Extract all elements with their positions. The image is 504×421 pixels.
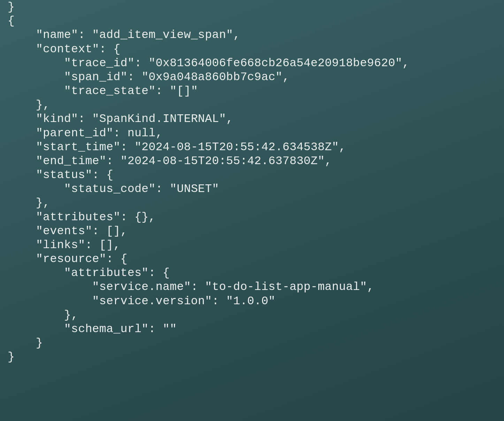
service-name-val: "to-do-list-app-manual" [205, 280, 367, 293]
parent-id-val: null [128, 127, 156, 140]
resource-key: "resource" [36, 252, 106, 266]
trace-state-key: "trace_state" [64, 84, 156, 98]
attributes-val: {} [135, 210, 148, 224]
status-code-key: "status_code" [64, 182, 156, 196]
service-version-val: "1.0.0" [226, 294, 276, 308]
kind-val: "SpanKind.INTERNAL" [92, 112, 226, 125]
start-time-key: "start_time" [36, 140, 121, 154]
schema-url-val: "" [163, 322, 177, 336]
start-time-val: "2024-08-15T20:55:42.634538Z" [135, 140, 339, 154]
events-val: [] [106, 224, 120, 238]
span-id-val: "0x9a048a860bb7c9ac" [142, 70, 282, 84]
resource-attributes-key: "attributes" [64, 266, 149, 280]
name-key: "name" [36, 28, 78, 41]
end-time-val: "2024-08-15T20:55:42.637830Z" [120, 154, 324, 168]
trace-id-val: "0x81364006fe668cb26a54e20918be9620" [148, 56, 402, 70]
parent-id-key: "parent_id" [36, 127, 113, 140]
service-name-key: "service.name" [92, 280, 191, 293]
links-val: [] [99, 238, 113, 252]
links-key: "links" [36, 238, 85, 252]
trace-state-val: "[]" [170, 84, 198, 98]
service-version-key: "service.version" [92, 294, 212, 308]
end-time-key: "end_time" [36, 154, 106, 168]
events-key: "events" [36, 224, 92, 238]
prev-obj-close: } [8, 0, 15, 14]
trace-id-key: "trace_id" [64, 56, 135, 70]
code-output: } { "name": "add_item_view_span", "conte… [0, 0, 504, 364]
kind-key: "kind" [36, 112, 78, 125]
schema-url-key: "schema_url" [64, 322, 149, 336]
status-key: "status" [36, 168, 92, 182]
status-code-val: "UNSET" [170, 182, 219, 196]
name-val: "add_item_view_span" [92, 28, 233, 41]
context-key: "context" [36, 43, 99, 56]
attributes-key: "attributes" [36, 210, 121, 224]
span-id-key: "span_id" [64, 70, 128, 84]
